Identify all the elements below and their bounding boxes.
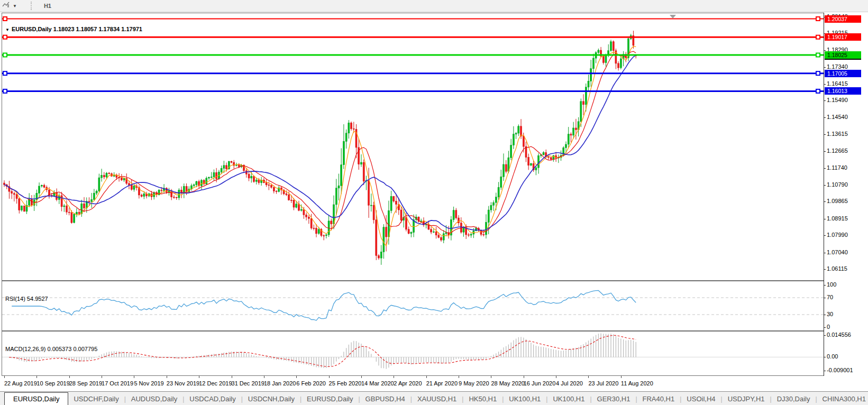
hline-price-badge: 1.18025 [825,51,861,59]
date-axis-tick [199,376,199,378]
symbol-tab-fra40-h1[interactable]: FRA40,H1 [637,393,680,405]
toolbar: ▼ M1M5M15M30H1H4D1W1MN [0,0,868,12]
symbol-tab-ger30-h1[interactable]: GER30,H1 [592,393,636,405]
chevron-down-icon[interactable]: ▼ [13,4,17,8]
date-axis-label: 16 Jun 2020 [524,380,556,386]
pane-border-bottom [2,375,824,376]
axis-tick [824,357,826,357]
line-handle-left [3,35,7,39]
axis-tick [824,269,826,270]
symbol-tab-gbpusd-h4[interactable]: GBPUSD,H4 [360,393,410,405]
chart-shift-marker[interactable] [670,15,676,19]
line-handle-left [3,71,7,75]
timeframe-button-h1[interactable]: H1 [39,1,60,11]
axis-tick [824,253,826,253]
rsi-line [12,290,636,320]
axis-tick [824,151,826,152]
date-axis-tick [4,376,5,378]
date-axis-tick [69,376,70,378]
symbol-tab-china300-h1[interactable]: CHINA300,H1 [817,393,868,405]
symbol-tab-audusd-daily[interactable]: AUDUSD,Daily [126,393,182,405]
symbol-tab-usdcnh-daily[interactable]: USDCNH,Daily [243,393,300,405]
price-tick-label: 1.17340 [827,63,848,70]
date-axis-label: 23 Nov 2019 [167,380,199,386]
horizontal-line-1.19017[interactable] [2,35,824,39]
date-axis-tick [491,376,491,378]
symbol-tab-usdcad-daily[interactable]: USDCAD,Daily [184,393,241,405]
axis-tick [824,84,826,85]
chart-tools-icon[interactable] [2,1,11,11]
date-axis-tick [102,376,102,378]
price-tick-label: 1.08915 [827,215,848,222]
symbol-tab-usdchf-daily[interactable]: USDCHF,Daily [68,393,124,405]
date-axis-label: 25 Feb 2020 [329,380,362,386]
symbol-tab-eurusd-daily[interactable]: EURUSD,Daily [4,392,68,405]
horizontal-line-1.18025[interactable] [2,53,824,57]
axis-tick [824,50,826,51]
pane-separator [2,331,824,332]
moving-average-20 [4,56,636,231]
axis-tick [824,315,826,315]
date-axis-tick [459,376,459,378]
axis-tick [824,235,826,236]
axis-tick [824,327,826,328]
date-axis-tick [361,376,362,378]
chart-title-text: EURUSD,Daily 1.18023 1.18057 1.17834 1.1… [12,26,142,32]
axis-tick [824,100,826,101]
chart-title: ▼EURUSD,Daily 1.18023 1.18057 1.17834 1.… [5,26,142,32]
date-axis-tick [426,376,427,378]
date-axis-label: 23 Jul 2020 [588,380,618,386]
symbol-tab-usdjpy-h1[interactable]: USDJPY,H1 [723,393,770,405]
line-handle-right [816,53,820,57]
date-axis-label: 4 Jul 2020 [556,380,583,386]
price-tick-label: 1.15490 [827,97,848,103]
date-axis-tick [588,376,589,378]
symbol-tab-hk50-h1[interactable]: HK50,H1 [463,393,502,405]
symbol-tab-bar: EURUSD,DailyUSDCHF,Daily|AUDUSD,Daily|US… [0,391,868,405]
axis-tick [824,134,826,135]
date-axis-label: 6 Feb 2020 [296,380,326,386]
line-handle-right [816,71,820,75]
date-axis-tick [264,376,264,378]
symbol-tab-eurusd-daily[interactable]: EURUSD,Daily [301,393,358,405]
pane-border-top [2,13,824,13]
symbol-tab-uk100-h1[interactable]: UK100,H1 [504,393,546,405]
horizontal-line-1.17005[interactable] [2,71,824,75]
macd-signal-line [9,335,636,366]
chart-dropdown-icon[interactable]: ▼ [5,27,10,32]
date-axis-tick [167,376,167,378]
main-price-chart[interactable] [2,13,824,280]
date-axis-label: 12 Dec 2019 [199,380,232,386]
date-axis-label: 28 Sep 2019 [69,380,102,386]
axis-tick [824,219,826,219]
date-axis-label: 9 May 2020 [459,380,489,386]
price-tick-label: 1.07990 [827,232,848,238]
date-axis-tick [621,376,622,378]
date-axis-label: 28 May 2020 [491,380,525,386]
date-axis-label: 18 Jan 2020 [264,380,296,386]
symbol-tab-usoil-h4[interactable]: USOil,H4 [681,393,720,405]
hline-price-badge: 1.20037 [825,15,861,23]
toolbar-grip [31,2,33,10]
date-axis-tick [524,376,524,378]
axis-tick [824,285,826,286]
moving-average-10 [4,51,636,233]
date-axis-label: 17 Oct 2019 [102,380,133,386]
macd-tick-label: 0.014556 [827,332,851,338]
symbol-tab-xauusd-h1[interactable]: XAUUSD,H1 [412,393,462,405]
axis-tick [824,117,826,118]
symbol-tab-dj30-daily[interactable]: DJ30,Daily [772,393,816,405]
price-tick-label: 1.06115 [827,265,847,272]
horizontal-line-1.16013[interactable] [2,89,824,93]
symbol-tab-uk100-h1[interactable]: UK100,H1 [547,393,590,405]
axis-tick [824,201,826,202]
axis-tick [824,67,826,68]
axis-tick [824,298,826,298]
date-axis-tick [296,376,297,378]
macd-pane[interactable] [2,332,824,375]
rsi-pane[interactable] [2,281,824,330]
chart-window: ▼EURUSD,Daily 1.18023 1.18057 1.17834 1.… [0,12,868,391]
axis-tick [824,371,826,371]
horizontal-line-1.20037[interactable] [2,17,824,21]
hline-price-badge: 1.17005 [825,70,861,77]
